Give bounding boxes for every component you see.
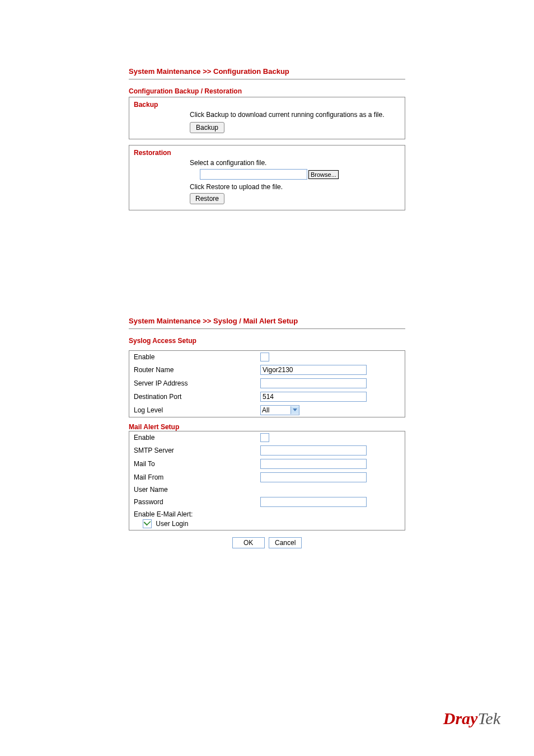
file-path-input[interactable]: [200, 169, 307, 180]
breadcrumb-config-backup: System Maintenance >> Configuration Back…: [129, 67, 405, 79]
user-login-checkbox[interactable]: [143, 519, 152, 528]
button-row: OK Cancel: [129, 537, 405, 548]
restoration-panel: Restoration Select a configuration file.…: [129, 145, 405, 210]
router-name-label: Router Name: [129, 363, 256, 377]
draytek-logo: DrayTek: [443, 709, 500, 728]
cancel-button[interactable]: Cancel: [269, 537, 302, 548]
user-login-label: User Login: [156, 520, 188, 528]
logo-part1: Dray: [443, 709, 478, 727]
backup-button[interactable]: Backup: [190, 122, 224, 133]
password-input[interactable]: [260, 497, 367, 507]
dest-port-input[interactable]: [260, 392, 367, 402]
ok-button[interactable]: OK: [232, 537, 265, 548]
username-label: User Name: [129, 484, 256, 495]
server-ip-input[interactable]: [260, 378, 367, 388]
breadcrumb-syslog-mail: System Maintenance >> Syslog / Mail Aler…: [129, 317, 405, 328]
restoration-label: Restoration: [134, 149, 400, 157]
logo-part2: Tek: [477, 709, 500, 727]
restoration-select-text: Select a configuration file.: [190, 159, 400, 167]
log-level-select[interactable]: All: [260, 405, 299, 415]
mail-alert-table: Enable SMTP Server Mail To Mail From Use…: [129, 431, 405, 530]
smtp-label: SMTP Server: [129, 444, 256, 457]
divider: [129, 328, 405, 329]
smtp-input[interactable]: [260, 445, 367, 456]
server-ip-label: Server IP Address: [129, 377, 256, 390]
email-alert-label: Enable E-Mail Alert:: [134, 510, 400, 518]
log-level-value: All: [262, 406, 269, 414]
backup-label: Backup: [134, 101, 400, 109]
chevron-down-icon: [291, 406, 299, 414]
backup-panel: Backup Click Backup to download current …: [129, 97, 405, 139]
syslog-table: Enable Router Name Server IP Address Des…: [129, 350, 405, 417]
mail-enable-checkbox[interactable]: [260, 433, 269, 442]
restore-description: Click Restore to upload the file.: [190, 183, 400, 191]
restore-button[interactable]: Restore: [190, 193, 224, 204]
mail-alert-title: Mail Alert Setup: [129, 423, 405, 431]
section-title-backup-restore: Configuration Backup / Restoration: [129, 87, 405, 95]
syslog-enable-checkbox[interactable]: [260, 353, 269, 361]
backup-description: Click Backup to download current running…: [190, 111, 400, 119]
log-level-label: Log Level: [129, 403, 256, 417]
mailfrom-label: Mail From: [129, 471, 256, 484]
mailto-input[interactable]: [260, 459, 367, 469]
password-label: Password: [129, 495, 256, 509]
mailfrom-input[interactable]: [260, 472, 367, 482]
svg-marker-0: [293, 408, 297, 411]
syslog-access-title: Syslog Access Setup: [129, 337, 405, 345]
mailto-label: Mail To: [129, 457, 256, 471]
mail-enable-label: Enable: [129, 431, 256, 444]
enable-label: Enable: [129, 351, 256, 364]
router-name-input[interactable]: [260, 365, 367, 375]
divider: [129, 79, 405, 79]
browse-button[interactable]: Browse...: [308, 170, 339, 179]
dest-port-label: Destination Port: [129, 390, 256, 403]
